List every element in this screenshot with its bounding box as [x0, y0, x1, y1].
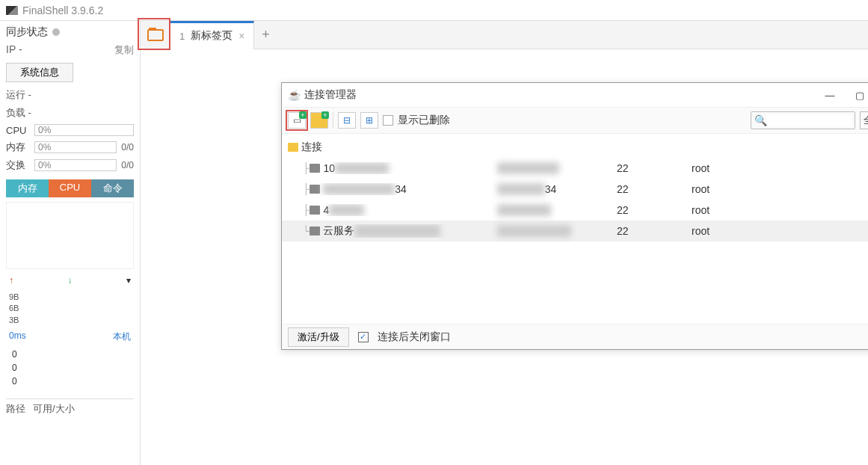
maximize-button[interactable]: ▢: [845, 83, 868, 107]
ping-zeros: 0 0 0: [6, 348, 134, 388]
sync-status-dot: [52, 28, 60, 36]
ip-value: -: [19, 43, 22, 55]
tab-command[interactable]: 命令: [91, 179, 134, 197]
load-label: 负载 -: [6, 106, 134, 120]
titlebar: FinalShell 3.9.6.2: [0, 0, 868, 21]
tab-index: 1: [179, 31, 185, 42]
tab-label: 新标签页: [191, 29, 233, 43]
dialog-title: 连接管理器: [304, 88, 815, 102]
minimize-button[interactable]: —: [815, 83, 845, 107]
swap-value: 0/0: [121, 160, 134, 170]
connection-row[interactable]: ├4XXXXX 1X.XXX.XX 22 root: [282, 200, 868, 221]
host-icon: [310, 185, 320, 194]
net-y-labels: 9B 6B 3B: [6, 292, 134, 326]
connection-manager-dialog: ☕ 连接管理器 — ▢ ✕ ▭ + + ⊟ ⊞ 显示已删除: [281, 82, 868, 350]
search-box[interactable]: 🔍: [751, 111, 855, 129]
tab-memory[interactable]: 内存: [6, 179, 49, 197]
host-icon: [310, 227, 320, 235]
mem-value: 0/0: [121, 142, 134, 153]
collapse-button[interactable]: ⊟: [338, 112, 356, 129]
connection-row[interactable]: ├XXX.XXX.XXX.34 XXX.XXX.34 22 root: [282, 179, 868, 200]
close-after-label: 连接后关闭窗口: [378, 330, 451, 344]
dialog-toolbar: ▭ + + ⊟ ⊞ 显示已删除 🔍 全部 ▼: [282, 107, 868, 134]
host-icon: [310, 164, 320, 173]
search-icon: 🔍: [754, 114, 767, 126]
connection-row[interactable]: └云服务器XXX.XXX.X.120 192.1X.XXX.XX 22 root: [282, 221, 868, 241]
folder-icon: [288, 143, 298, 152]
app-icon: [6, 6, 18, 15]
show-deleted-label: 显示已删除: [398, 114, 450, 127]
tab-cpu[interactable]: CPU: [49, 179, 91, 197]
new-tab-button[interactable]: +: [254, 21, 277, 49]
activate-button[interactable]: 激活/升级: [288, 327, 349, 347]
new-folder-button[interactable]: +: [310, 112, 328, 129]
expand-button[interactable]: ⊞: [360, 112, 378, 129]
graph-area: [6, 202, 134, 269]
system-info-button[interactable]: 系统信息: [6, 63, 73, 82]
app-title: FinalShell 3.9.6.2: [22, 4, 103, 16]
sync-status-row: 同步状态: [6, 25, 134, 39]
filter-combo[interactable]: 全部 ▼: [860, 111, 868, 129]
ping-ms: 0ms: [9, 330, 26, 343]
host-icon: [310, 206, 320, 215]
plus-badge-icon: +: [321, 111, 329, 119]
sync-label: 同步状态: [6, 25, 48, 39]
dialog-titlebar[interactable]: ☕ 连接管理器 — ▢ ✕: [282, 83, 868, 107]
ip-label: IP: [6, 43, 16, 55]
close-after-checkbox[interactable]: ✓: [358, 332, 369, 342]
upload-arrow-icon: ↑: [9, 275, 13, 286]
cpu-bar: 0%: [34, 124, 134, 136]
swap-stat-label: 交换: [6, 158, 30, 172]
tab-close-icon[interactable]: ×: [238, 30, 244, 42]
connection-manager-button[interactable]: [141, 21, 170, 49]
new-connection-button[interactable]: ▭ +: [288, 112, 306, 129]
tree-root[interactable]: 连接: [282, 137, 868, 158]
net-caret-icon[interactable]: ▾: [126, 275, 131, 286]
plus-badge-icon: +: [299, 111, 307, 119]
mem-bar: 0%: [34, 141, 117, 153]
swap-bar: 0%: [34, 159, 117, 171]
search-input[interactable]: [767, 115, 852, 126]
tabbar: 1 新标签页 × +: [141, 21, 868, 49]
root-label: 连接: [301, 141, 322, 154]
run-label: 运行 -: [6, 88, 134, 102]
connection-row[interactable]: ├101.XXX.XXX 10.X.XXX.XX 22 root: [282, 158, 868, 179]
dialog-footer: 激活/升级 ✓ 连接后关闭窗口: [282, 324, 868, 349]
toolbar-divider: [333, 112, 333, 129]
connection-tree[interactable]: 连接 ├101.XXX.XXX 10.X.XXX.XX 22 root ├XXX…: [282, 134, 868, 324]
host-local-label: 本机: [113, 330, 131, 343]
content-area: 1 新标签页 × + root root root root ☕ 连接管理器 —…: [141, 21, 868, 465]
bottom-panel: 路径 可用/大小: [6, 398, 134, 416]
sidebar: 同步状态 IP - 复制 系统信息 运行 - 负载 - CPU 0% 内存 0%…: [0, 21, 141, 465]
sidebar-tabs: 内存 CPU 命令: [6, 179, 134, 197]
tab-new-page[interactable]: 1 新标签页 ×: [170, 21, 254, 49]
mem-stat-label: 内存: [6, 141, 30, 154]
folder-icon: [147, 29, 164, 41]
show-deleted-checkbox[interactable]: [383, 115, 393, 126]
download-arrow-icon: ↓: [68, 275, 73, 286]
java-icon: ☕: [288, 89, 300, 101]
filter-value: 全部: [864, 114, 868, 127]
copy-link[interactable]: 复制: [114, 43, 134, 57]
cpu-stat-label: CPU: [6, 125, 30, 136]
